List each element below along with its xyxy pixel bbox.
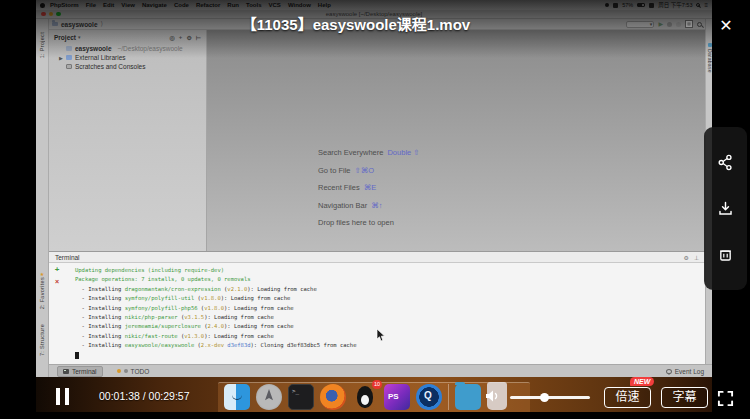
menu-item-window[interactable]: Window <box>288 2 311 8</box>
terminal-icon <box>63 369 69 374</box>
tree-item[interactable]: ▶External Libraries <box>49 53 206 62</box>
menu-item-phpstorm[interactable]: PhpStorm <box>50 2 79 8</box>
menu-item-file[interactable]: File <box>86 2 96 8</box>
tool-tab-project[interactable]: 1: Project <box>39 32 45 58</box>
drop-files-hint: Drop files here to open <box>318 218 420 236</box>
dock-icon-downloads[interactable] <box>455 384 481 410</box>
download-icon[interactable] <box>717 200 734 217</box>
tab-terminal[interactable]: Terminal <box>57 366 103 377</box>
project-root-name[interactable]: easyswoole <box>75 45 112 52</box>
tool-tab-database[interactable]: Database <box>706 43 712 73</box>
terminal-line: - Installing nikic/fast-route (v1.3.0): … <box>75 332 701 341</box>
player-side-panel <box>704 127 747 290</box>
terminal-text-segment: - Installing <box>75 305 125 311</box>
terminal-header: Terminal ⚙ ⊥ <box>49 252 705 263</box>
trash-icon[interactable] <box>717 246 734 263</box>
shortcut-keys: Double ⇧ <box>387 148 419 157</box>
menu-item-vcs[interactable]: VCS <box>269 2 281 8</box>
terminal-text-segment: - Installing <box>75 314 125 320</box>
menu-item-run[interactable]: Run <box>227 2 239 8</box>
terminal-text-segment: - Installing <box>75 295 125 301</box>
database-tab-label: Database <box>707 49 713 73</box>
project-panel-title[interactable]: Project <box>54 34 76 41</box>
chevron-right-icon[interactable]: ▶ <box>59 55 63 61</box>
menu-item-code[interactable]: Code <box>174 2 189 8</box>
video-frame: PhpStormFileEditViewNavigateCodeRefactor… <box>36 0 712 412</box>
terminal-text-segment: - Installing <box>75 333 125 339</box>
menu-item-edit[interactable]: Edit <box>103 2 114 8</box>
hide-panel-icon[interactable]: ⊢ <box>196 34 201 41</box>
shortcut-label: Go to File <box>318 166 351 175</box>
library-icon <box>66 55 72 60</box>
dock-icon-qq[interactable]: 10 <box>352 384 378 410</box>
terminal-text-segment: v3.1.5 <box>184 314 204 320</box>
menu-item-help[interactable]: Help <box>318 2 331 8</box>
event-log-bubble-icon <box>666 369 672 374</box>
database-icon <box>708 43 712 47</box>
terminal-text-segment: Updating dependencies (including require… <box>75 267 224 273</box>
terminal-text-segment: ( <box>194 342 201 348</box>
event-log-label: Event Log <box>675 368 704 375</box>
status-app-icon2 <box>649 3 654 8</box>
menu-item-view[interactable]: View <box>121 2 135 8</box>
fullscreen-icon[interactable] <box>717 390 734 407</box>
shortcut-label: Recent Files <box>318 183 360 192</box>
terminal-hide-icon[interactable]: ⊥ <box>694 254 699 261</box>
quicktime-label: Q <box>424 390 432 401</box>
qq-penguin-belly <box>361 395 369 405</box>
terminal-text-segment: v1.8.0 <box>204 305 224 311</box>
project-root-path: ~/Desktop/easyswoole <box>118 45 183 52</box>
menu-item-navigate[interactable]: Navigate <box>142 2 167 8</box>
tree-root-row[interactable]: easyswoole ~/Desktop/easyswoole <box>49 44 206 53</box>
terminal-line: - Installing dragonmantank/cron-expressi… <box>75 285 701 294</box>
volume-slider[interactable] <box>510 396 590 399</box>
notification-center-icon[interactable]: ≡ <box>704 2 708 8</box>
terminal-text-segment: - Installing <box>75 342 125 348</box>
share-icon[interactable] <box>717 154 734 171</box>
new-session-icon[interactable]: + <box>55 266 60 274</box>
gear-icon[interactable]: ⚙ <box>186 34 191 41</box>
terminal-text-segment: ): Loading from cache <box>224 323 294 329</box>
terminal-text-segment: dragonmantank/cron-expression <box>125 286 221 292</box>
spotlight-search-icon[interactable] <box>696 3 700 7</box>
phpstorm-label: PS <box>388 392 399 401</box>
speed-button[interactable]: 倍速 <box>604 387 651 408</box>
collapse-all-icon[interactable]: + <box>179 34 183 40</box>
shortcut-keys: ⇧⌘O <box>355 166 375 175</box>
dock-icon-quicktime[interactable]: Q <box>416 384 442 410</box>
chevron-down-icon[interactable]: ▾ <box>78 34 81 40</box>
terminal-settings-icon[interactable]: ⚙ <box>683 254 688 261</box>
menu-item-refactor[interactable]: Refactor <box>196 2 220 8</box>
qq-notification-badge: 10 <box>372 380 382 389</box>
event-log-button[interactable]: Event Log <box>666 368 704 375</box>
todo-icon <box>117 369 121 373</box>
shortcut-keys: ⌘↑ <box>371 201 382 210</box>
dock-icon-launchpad[interactable] <box>256 384 282 410</box>
menu-item-tools[interactable]: Tools <box>246 2 262 8</box>
tree-item[interactable]: Scratches and Consoles <box>49 62 206 71</box>
subtitle-button[interactable]: 字幕 <box>661 387 708 408</box>
apple-icon[interactable] <box>40 3 45 8</box>
terminal-output[interactable]: Updating dependencies (including require… <box>75 266 701 360</box>
terminal-title: Terminal <box>55 254 80 261</box>
volume-icon[interactable] <box>484 388 500 404</box>
status-dot-icon <box>605 3 609 7</box>
dock-icon-phpstorm[interactable]: PS <box>384 384 410 410</box>
tool-tab-structure[interactable]: 7: Structure <box>39 324 45 356</box>
dock-icon-finder[interactable] <box>224 384 250 410</box>
terminal-text-segment: nikic/php-parser <box>125 314 178 320</box>
terminal-line: Package operations: 7 installs, 0 update… <box>75 275 701 284</box>
tool-tab-favorites[interactable]: 2: Favorites <box>39 277 45 309</box>
tab-todo[interactable]: TODO <box>117 368 150 375</box>
close-icon[interactable]: ✕ <box>713 13 739 39</box>
tree-item-label: External Libraries <box>75 54 126 61</box>
terminal-text-segment: nikic/fast-route <box>125 333 178 339</box>
volume-slider-knob[interactable] <box>540 393 549 402</box>
locate-icon[interactable]: ◎ <box>170 34 175 41</box>
dock-icon-terminal[interactable] <box>288 384 314 410</box>
dock-icon-firefox[interactable] <box>320 384 346 410</box>
close-session-icon[interactable]: × <box>55 278 59 285</box>
terminal-cursor <box>75 352 79 359</box>
pause-button[interactable] <box>56 388 69 405</box>
todo-icon2 <box>124 369 128 373</box>
